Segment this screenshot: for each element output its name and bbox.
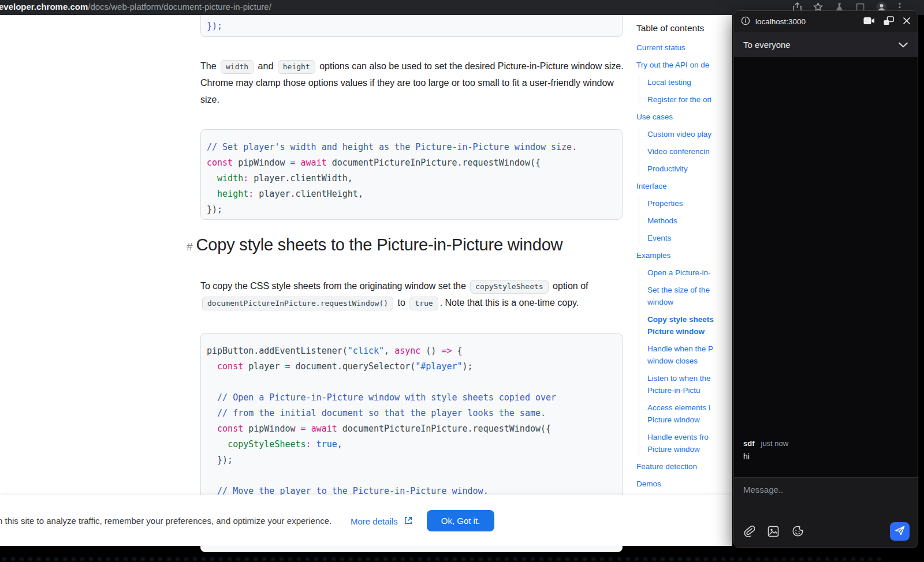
toc-link[interactable]: Copy style sheetsPicture window xyxy=(647,313,718,338)
code-token: . xyxy=(290,189,296,199)
code-token: const xyxy=(217,424,243,434)
toc-link-line: window xyxy=(647,296,718,308)
cookie-consent-banner: n this site to analyze traffic, remember… xyxy=(0,495,732,546)
toc-link[interactable]: Use cases xyxy=(636,111,718,123)
code-token: player xyxy=(243,361,285,372)
toc-link-line: Try out the API on de xyxy=(636,59,718,71)
toc-link-line: Productivity xyxy=(647,163,718,175)
toc-link-line: Handle events fro xyxy=(647,431,718,443)
code-token: }); xyxy=(207,204,222,215)
toc-link[interactable]: Set the size of thewindow xyxy=(647,284,718,308)
toc-link[interactable]: Try out the API on de xyxy=(636,59,718,71)
code-token: = xyxy=(301,424,306,434)
toc-link[interactable]: Current status xyxy=(636,42,718,54)
code-line: copyStyleSheets: true, xyxy=(207,437,616,452)
toc-link[interactable]: Examples xyxy=(636,249,718,261)
toc-link[interactable]: Events xyxy=(647,232,718,244)
code-token: . xyxy=(285,173,290,183)
toc-link[interactable]: Listen to when thePicture-in-Pictu xyxy=(647,372,718,396)
toc-link-line: Handle when the P xyxy=(647,343,718,355)
code-token: . xyxy=(457,158,463,168)
code-token: : xyxy=(306,439,311,449)
toc-sub-list: Local testingRegister for the ori xyxy=(639,76,718,106)
code-token xyxy=(207,439,228,449)
pip-return-icon[interactable] xyxy=(884,16,894,28)
code-token: { xyxy=(452,346,462,356)
attachment-icon[interactable] xyxy=(743,525,755,539)
toc-link[interactable]: Productivity xyxy=(647,163,718,175)
toc-link[interactable]: Custom video play xyxy=(647,128,718,140)
code-token xyxy=(207,173,217,183)
code-token: clientHeight xyxy=(296,189,358,199)
toc-link[interactable]: Properties xyxy=(647,197,718,209)
close-icon[interactable] xyxy=(903,17,911,27)
audience-selector[interactable]: To everyone xyxy=(734,32,918,57)
code-line: }); xyxy=(207,18,616,34)
code-token: ({ xyxy=(530,158,541,168)
toc-link[interactable]: Handle when the Pwindow closes xyxy=(647,343,718,367)
toc-link[interactable]: Open a Picture-in- xyxy=(647,267,718,279)
toc-link[interactable]: Feature detection xyxy=(636,460,718,473)
paragraph-text: To copy the CSS style sheets from the or… xyxy=(200,281,468,291)
toc-link[interactable]: Local testing xyxy=(647,76,718,88)
toc-link-line: Current status xyxy=(636,42,718,54)
code-token: // Open a Picture-in-Picture window with… xyxy=(207,392,556,403)
emoji-icon[interactable] xyxy=(792,525,804,539)
toc-link-line: Custom video play xyxy=(647,128,718,140)
code-token: }); xyxy=(207,455,233,465)
code-token: true xyxy=(316,439,337,449)
code-token xyxy=(207,424,217,434)
code-token: // from the initial document so that the… xyxy=(207,408,546,418)
code-token: : xyxy=(248,189,254,199)
code-token: pipWindow xyxy=(233,158,290,168)
toc-link[interactable]: Demos xyxy=(636,478,718,490)
toc-link[interactable]: Interface xyxy=(636,180,718,192)
toc-link-line: Open a Picture-in- xyxy=(647,267,718,279)
code-token: await xyxy=(311,424,337,434)
inline-code-chip: height xyxy=(278,60,315,74)
toc-link[interactable]: Video conferencin xyxy=(647,145,718,158)
address-bar[interactable]: eveloper.chrome.com/docs/web-platform/do… xyxy=(0,2,271,12)
code-token: "click" xyxy=(348,346,384,356)
toc-link-line: Demos xyxy=(636,478,718,490)
code-token: ( xyxy=(342,346,348,356)
toc-link[interactable]: Methods xyxy=(647,215,718,227)
inline-code-chip: true xyxy=(409,297,438,310)
code-token: . xyxy=(468,424,473,434)
inline-code-chip: documentPictureInPicture.requestWindow() xyxy=(202,297,393,310)
more-details-link[interactable]: More details xyxy=(351,516,413,527)
toc-sub-list: Custom video playVideo conferencinProduc… xyxy=(639,128,718,175)
toc-link-line: Events xyxy=(647,232,718,244)
toc-sub-list: Open a Picture-in-Set the size of thewin… xyxy=(639,267,718,455)
table-of-contents: Table of contents Current statusTry out … xyxy=(636,23,718,495)
cookie-accept-button[interactable]: Ok, Got it. xyxy=(427,510,494,531)
toc-link-line: Interface xyxy=(636,180,718,192)
toc-link[interactable]: Handle events froPicture window xyxy=(647,431,718,455)
videocam-icon[interactable] xyxy=(863,17,875,27)
pip-title-bar[interactable]: localhost:3000 xyxy=(734,11,918,32)
background-window-remnant xyxy=(2,557,886,561)
heading-anchor-link[interactable]: # xyxy=(187,241,193,253)
toc-link-line: Properties xyxy=(647,197,718,209)
code-line: const player = document.querySelector("#… xyxy=(207,359,616,374)
image-icon[interactable] xyxy=(767,526,779,539)
paragraph-width-height: The width and height options can also be… xyxy=(200,58,624,108)
chevron-down-icon xyxy=(898,40,908,50)
message-input[interactable]: Message.. xyxy=(743,485,783,494)
send-button[interactable] xyxy=(890,522,910,541)
code-token: height xyxy=(217,189,248,199)
toc-link-line: Methods xyxy=(647,215,718,227)
code-line: // from the initial document so that the… xyxy=(207,406,616,421)
code-token: "#player" xyxy=(415,361,462,372)
section-heading-row: # Copy style sheets to the Picture-in-Pi… xyxy=(187,235,562,254)
code-token: // Set player's width and height as the … xyxy=(207,142,577,152)
code-token: requestWindow xyxy=(463,158,530,168)
message-timestamp: just now xyxy=(761,439,789,448)
toc-link[interactable]: Register for the ori xyxy=(647,93,718,106)
code-token: => xyxy=(441,346,452,356)
toc-link-line: Register for the ori xyxy=(647,93,718,106)
info-icon[interactable] xyxy=(741,16,750,28)
code-token: const xyxy=(217,361,243,372)
toc-sub-list: PropertiesMethodsEvents xyxy=(639,197,718,244)
toc-link[interactable]: Access elements iPicture window xyxy=(647,402,718,426)
